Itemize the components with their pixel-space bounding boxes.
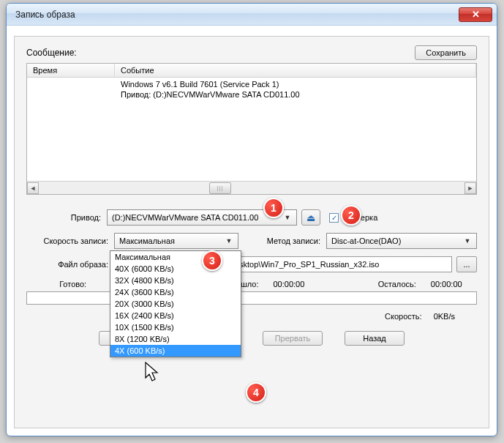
dialog-window: Запись образа ✕ Сообщение: Сохранить Вре… [6, 3, 497, 436]
ready-label: Готово: [34, 280, 86, 288]
image-file-label: Файл образа: [26, 260, 114, 269]
speed-status-value: 0KB/s [434, 312, 455, 321]
scroll-right-icon[interactable]: ► [464, 182, 476, 194]
col-time[interactable]: Время [27, 64, 115, 77]
method-label: Метод записи: [253, 237, 326, 245]
speed-option[interactable]: 32X (4800 KB/s) [110, 275, 241, 286]
abort-button: Прервать [263, 331, 323, 346]
h-scrollbar[interactable]: ◄ ||| ► [27, 181, 476, 194]
close-button[interactable]: ✕ [459, 7, 492, 22]
remaining-label: Осталось: [364, 280, 416, 288]
annotation-marker-2: 2 [341, 205, 361, 226]
annotation-marker-4: 4 [246, 382, 266, 403]
eject-button[interactable]: ⏏ [301, 209, 320, 226]
annotation-marker-3: 3 [202, 250, 222, 271]
browse-button[interactable]: ... [456, 256, 477, 272]
speed-option[interactable]: 24X (3600 KB/s) [110, 286, 241, 298]
drive-label: Привод: [56, 213, 107, 222]
method-select[interactable]: Disc-at-Once(DAO) ▼ [326, 233, 477, 249]
eject-icon: ⏏ [306, 212, 315, 223]
annotation-marker-1: 1 [263, 198, 284, 218]
speed-label: Скорость записи: [26, 237, 114, 245]
scroll-track[interactable]: ||| [39, 182, 464, 194]
chevron-down-icon: ▼ [223, 235, 235, 247]
ellipsis-icon: ... [463, 260, 470, 269]
speed-option[interactable]: 20X (3000 KB/s) [110, 298, 241, 310]
col-event[interactable]: Событие [115, 64, 476, 77]
log-table: Время Событие Windows 7 v6.1 Build 7601 … [26, 63, 477, 195]
back-button[interactable]: Назад [345, 331, 405, 346]
chevron-down-icon: ▼ [462, 235, 473, 247]
window-title: Запись образа [15, 10, 459, 20]
titlebar[interactable]: Запись образа ✕ [7, 4, 497, 26]
elapsed-value: 00:00:00 [274, 280, 320, 288]
speed-dropdown-list[interactable]: Максимальная 40X (6000 KB/s) 32X (4800 K… [110, 250, 241, 357]
checkbox-icon: ✓ [329, 213, 339, 223]
chevron-down-icon: ▼ [282, 212, 293, 223]
table-body: Windows 7 v6.1 Build 7601 (Service Pack … [27, 78, 476, 181]
close-icon: ✕ [472, 9, 480, 20]
speed-option[interactable]: 4X (600 KB/s) [110, 345, 241, 357]
speed-select[interactable]: Максимальная ▼ [114, 233, 238, 249]
table-row[interactable]: Привод: (D:)NECVMWarVMware SATA CD011.00 [27, 89, 476, 100]
message-label: Сообщение: [26, 48, 415, 58]
save-button[interactable]: Сохранить [415, 45, 477, 60]
client-area: Сообщение: Сохранить Время Событие Windo… [14, 36, 489, 428]
table-header: Время Событие [27, 64, 476, 78]
speed-option[interactable]: 8X (1200 KB/s) [110, 333, 241, 345]
scroll-thumb[interactable]: ||| [209, 182, 231, 194]
table-row[interactable]: Windows 7 v6.1 Build 7601 (Service Pack … [27, 79, 476, 89]
progress-bar [26, 291, 477, 305]
remaining-value: 00:00:00 [431, 280, 477, 288]
speed-option[interactable]: 10X (1500 KB/s) [110, 321, 241, 333]
scroll-left-icon[interactable]: ◄ [27, 182, 39, 194]
speed-status-label: Скорость: [385, 312, 422, 321]
speed-option[interactable]: 16X (2400 KB/s) [110, 310, 241, 321]
